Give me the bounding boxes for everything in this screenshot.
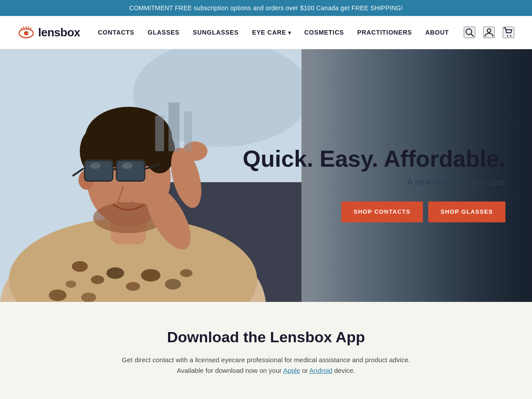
download-title: Download the Lensbox App bbox=[9, 329, 523, 346]
svg-point-26 bbox=[81, 293, 96, 302]
download-section: Download the Lensbox App Get direct cont… bbox=[0, 302, 532, 399]
android-link[interactable]: Android bbox=[309, 367, 332, 374]
svg-point-25 bbox=[49, 289, 66, 301]
svg-point-20 bbox=[106, 267, 124, 279]
svg-point-10 bbox=[507, 35, 509, 37]
nav-item-cosmetics[interactable]: COSMETICS bbox=[304, 29, 344, 36]
announcement-text: COMMITMENT FREE subscription options and… bbox=[129, 4, 403, 12]
svg-point-23 bbox=[165, 279, 181, 289]
nav-item-eye-care[interactable]: EYE CARE bbox=[252, 29, 291, 36]
nav-item-sunglasses[interactable]: SUNGLASSES bbox=[193, 29, 239, 36]
hero-buttons: SHOP CONTACTS SHOP GLASSES bbox=[243, 202, 505, 223]
download-description: Get direct contact with a licensed eyeca… bbox=[120, 355, 412, 376]
svg-rect-48 bbox=[184, 111, 192, 151]
svg-point-9 bbox=[487, 29, 491, 32]
download-desc-middle: or bbox=[300, 367, 309, 374]
header-icons bbox=[464, 27, 514, 38]
hero-subheadline: A new vision for eye care bbox=[243, 177, 505, 188]
hero-content: Quick. Easy. Affordable. A new vision fo… bbox=[243, 146, 505, 222]
apple-link[interactable]: Apple bbox=[283, 367, 300, 374]
svg-point-18 bbox=[91, 275, 104, 284]
eye-care-dropdown-icon bbox=[288, 29, 291, 36]
shop-contacts-button[interactable]: SHOP CONTACTS bbox=[341, 202, 423, 223]
logo-icon bbox=[18, 26, 35, 39]
logo[interactable]: lensbox bbox=[18, 26, 80, 39]
announcement-bar: COMMITMENT FREE subscription options and… bbox=[0, 0, 532, 16]
svg-point-22 bbox=[141, 269, 160, 282]
svg-line-5 bbox=[28, 27, 29, 28]
svg-point-24 bbox=[180, 269, 192, 277]
header: lensbox CONTACTS GLASSES SUNGLASSES EYE … bbox=[0, 16, 532, 49]
hero-section: Quick. Easy. Affordable. A new vision fo… bbox=[0, 49, 532, 302]
svg-line-3 bbox=[23, 27, 24, 28]
svg-point-11 bbox=[510, 35, 512, 37]
svg-point-17 bbox=[72, 261, 88, 272]
svg-point-1 bbox=[24, 31, 28, 35]
account-button[interactable] bbox=[483, 27, 495, 38]
svg-point-44 bbox=[90, 163, 101, 169]
svg-rect-46 bbox=[155, 116, 164, 151]
nav-item-contacts[interactable]: CONTACTS bbox=[98, 29, 134, 36]
svg-line-8 bbox=[471, 34, 474, 37]
download-desc-after: device. bbox=[332, 367, 356, 374]
account-icon bbox=[484, 27, 494, 37]
main-nav: CONTACTS GLASSES SUNGLASSES EYE CARE COS… bbox=[98, 29, 464, 36]
nav-item-glasses[interactable]: GLASSES bbox=[148, 29, 180, 36]
svg-point-19 bbox=[66, 281, 76, 288]
svg-point-21 bbox=[126, 282, 140, 291]
search-button[interactable] bbox=[464, 27, 475, 38]
download-desc-before: Get direct contact with a licensed eyeca… bbox=[122, 356, 410, 374]
cart-button[interactable] bbox=[503, 27, 514, 38]
shop-glasses-button[interactable]: SHOP GLASSES bbox=[428, 202, 505, 223]
cart-icon bbox=[504, 27, 513, 37]
search-icon bbox=[465, 27, 474, 37]
nav-item-about[interactable]: ABOUT bbox=[425, 29, 449, 36]
svg-rect-47 bbox=[168, 102, 180, 151]
svg-point-45 bbox=[122, 163, 133, 169]
nav-item-practitioners[interactable]: PRACTITIONERS bbox=[357, 29, 412, 36]
logo-text: lensbox bbox=[38, 26, 80, 39]
hero-headline: Quick. Easy. Affordable. bbox=[243, 146, 505, 172]
